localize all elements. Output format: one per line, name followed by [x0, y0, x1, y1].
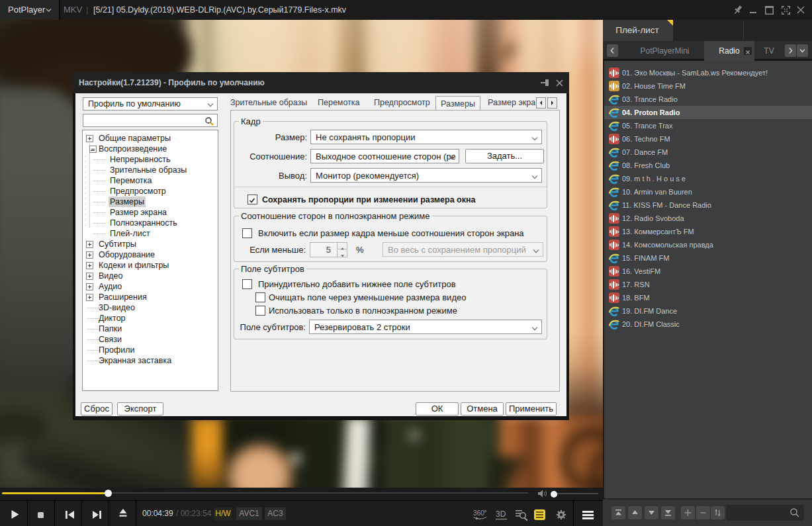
svg-text:360: 360: [473, 509, 484, 517]
svg-text:3D: 3D: [496, 509, 506, 519]
